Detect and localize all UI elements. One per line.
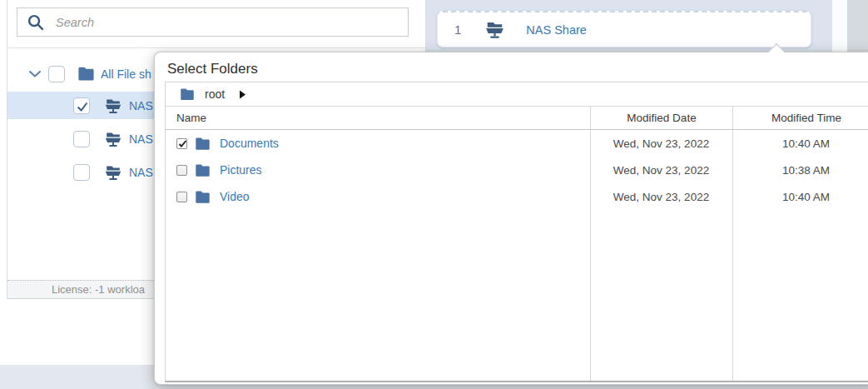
modified-date-cell: Wed, Nov 23, 2022: [590, 137, 732, 150]
table-row[interactable]: Pictures Wed, Nov 23, 2022 10:38 AM: [166, 157, 868, 183]
table-row[interactable]: Documents Wed, Nov 23, 2022 10:40 AM: [166, 130, 868, 157]
tree-item-label[interactable]: NAS: [129, 166, 153, 179]
nas-share-summary-card[interactable]: 1 NAS Share: [437, 11, 811, 47]
table-header-row: Name Modified Date Modified Time: [166, 107, 868, 130]
all-file-shares-checkbox[interactable]: [48, 66, 65, 82]
modified-time-cell: 10:38 AM: [732, 164, 868, 177]
folder-icon: [194, 136, 211, 152]
nas-share-icon: [103, 97, 123, 115]
share-count: 1: [454, 22, 461, 37]
folder-name-link[interactable]: Documents: [220, 137, 279, 150]
row-checkbox[interactable]: [176, 192, 187, 202]
breadcrumb[interactable]: root: [166, 82, 868, 107]
column-header-modified-time[interactable]: Modified Time: [732, 107, 868, 129]
nas-share-checkbox[interactable]: [73, 164, 90, 181]
modified-time-cell: 10:40 AM: [732, 137, 868, 150]
column-header-name[interactable]: Name: [166, 107, 590, 129]
tree-item-label[interactable]: All File sh: [101, 67, 151, 81]
panel-divider: [7, 47, 425, 48]
row-checkbox[interactable]: [176, 165, 187, 176]
modified-date-cell: Wed, Nov 23, 2022: [590, 164, 732, 177]
folder-table: root Name Modified Date Modified Time: [165, 82, 868, 382]
folder-icon: [77, 65, 96, 82]
right-edge-panel: [847, 0, 868, 52]
search-input[interactable]: Search: [17, 7, 409, 37]
select-folders-dialog: Select Folders root Name Modified Date M…: [154, 52, 868, 385]
license-text: License: -1 workloa: [52, 283, 145, 296]
table-body: Documents Wed, Nov 23, 2022 10:40 AM: [166, 130, 868, 381]
folder-icon: [194, 162, 211, 178]
summary-card-label: NAS Share: [526, 23, 587, 37]
nas-share-checkbox[interactable]: [73, 97, 90, 114]
column-header-modified-date[interactable]: Modified Date: [590, 107, 732, 129]
search-icon: [26, 12, 45, 32]
chevron-down-icon[interactable]: [28, 70, 42, 78]
folder-icon: [179, 87, 196, 102]
tree-item-label[interactable]: NAS: [129, 99, 153, 112]
modified-time-cell: 10:40 AM: [732, 191, 868, 203]
nas-share-icon: [103, 130, 123, 148]
nas-share-icon: [484, 19, 506, 40]
row-checkbox[interactable]: [176, 138, 187, 149]
folder-name-link[interactable]: Video: [220, 190, 250, 203]
folder-icon: [194, 189, 211, 205]
dialog-title: Select Folders: [167, 52, 258, 82]
breadcrumb-item-root[interactable]: root: [205, 87, 225, 101]
tree-item-label[interactable]: NAS: [129, 132, 153, 146]
nas-share-checkbox[interactable]: [73, 131, 90, 147]
folder-name-link[interactable]: Pictures: [220, 163, 262, 177]
search-placeholder: Search: [56, 16, 94, 29]
scrollbar-track[interactable]: [832, 0, 847, 52]
table-row[interactable]: Video Wed, Nov 23, 2022 10:40 AM: [166, 183, 868, 210]
modified-date-cell: Wed, Nov 23, 2022: [590, 191, 732, 203]
application-window: Search All File sh: [0, 0, 868, 389]
breadcrumb-arrow-icon: [239, 90, 246, 99]
nas-share-icon: [103, 163, 123, 182]
